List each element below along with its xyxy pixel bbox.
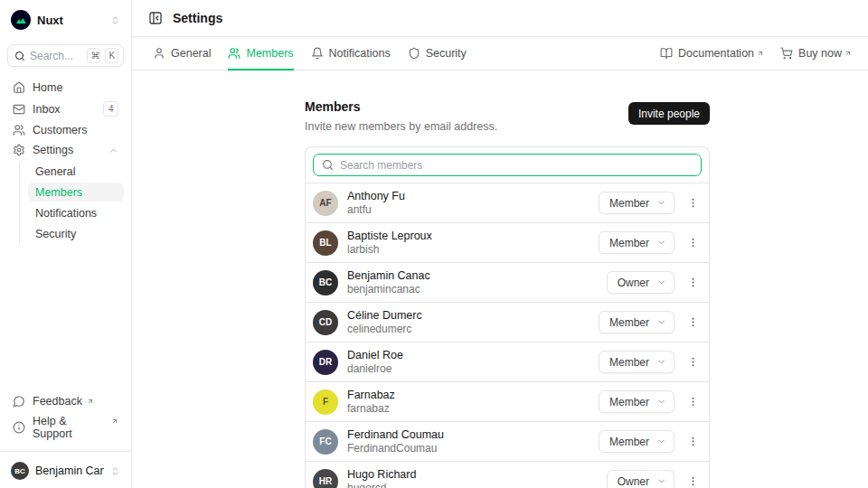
role-value: Member — [609, 436, 649, 448]
kbd-meta: ⌘ — [87, 48, 100, 63]
role-value: Owner — [618, 277, 649, 289]
avatar: F — [313, 389, 338, 415]
row-menu-button[interactable] — [684, 233, 702, 252]
sidebar-item-security[interactable]: Security — [28, 224, 124, 243]
role-select[interactable]: Member — [599, 231, 675, 254]
member-name: Ferdinand Coumau — [347, 427, 444, 442]
shield-icon — [408, 47, 420, 60]
sidebar-footer: Feedback Help & Support BC Benjamin Cana… — [7, 392, 124, 483]
tab-members[interactable]: Members — [228, 37, 293, 70]
page-head: Members Invite new members by email addr… — [305, 99, 710, 133]
role-select[interactable]: Member — [599, 390, 675, 413]
row-menu-button[interactable] — [684, 352, 702, 371]
buy-now-label: Buy now — [798, 47, 842, 60]
sidebar-item-label: Customers — [33, 124, 87, 136]
member-row: AF Anthony Fu antfu Member — [306, 183, 709, 222]
member-identity: Daniel Roe danielroe — [347, 348, 403, 377]
team-name: Nuxt — [37, 14, 104, 27]
role-value: Owner — [618, 475, 649, 488]
role-select[interactable]: Member — [599, 192, 675, 214]
sidebar-item-members[interactable]: Members — [28, 183, 124, 202]
documentation-link[interactable]: Documentation — [660, 47, 764, 60]
home-icon — [13, 81, 25, 94]
member-name: Baptiste Leproux — [347, 229, 432, 243]
sidebar-item-customers[interactable]: Customers — [7, 121, 124, 139]
chevron-down-icon — [656, 317, 666, 327]
role-select[interactable]: Owner — [607, 271, 675, 294]
sidebar-item-settings[interactable]: Settings — [7, 141, 124, 159]
member-row: F Farnabaz farnabaz Member — [306, 381, 709, 421]
role-value: Member — [609, 396, 649, 408]
role-value: Member — [609, 197, 649, 210]
role-select[interactable]: Owner — [607, 470, 675, 488]
member-username: FerdinandCoumau — [347, 442, 444, 456]
user-icon — [153, 47, 165, 60]
role-select[interactable]: Member — [599, 351, 675, 373]
nuxt-logo-icon — [11, 10, 31, 30]
row-menu-button[interactable] — [684, 472, 702, 488]
chevron-down-icon — [656, 397, 666, 407]
row-menu-button[interactable] — [684, 432, 702, 451]
member-username: benjamincanac — [347, 283, 430, 297]
buy-now-link[interactable]: Buy now — [780, 47, 852, 60]
members-search-input[interactable] — [340, 159, 693, 172]
role-select[interactable]: Member — [599, 311, 675, 333]
shopping-cart-icon — [780, 47, 793, 60]
collapse-sidebar-button[interactable] — [146, 9, 165, 27]
user-menu[interactable]: BC Benjamin Canac — [7, 459, 124, 483]
team-selector[interactable]: Nuxt — [7, 7, 124, 33]
chevron-up-icon — [108, 145, 118, 155]
member-name: Farnabaz — [347, 388, 395, 402]
book-open-icon — [660, 47, 673, 60]
gear-icon — [13, 144, 25, 156]
tab-notifications[interactable]: Notifications — [311, 37, 391, 70]
global-search[interactable]: ⌘ K — [7, 44, 124, 67]
help-support-link[interactable]: Help & Support — [7, 412, 124, 443]
message-circle-icon — [13, 395, 25, 408]
members-list: AF Anthony Fu antfu Member — [306, 183, 709, 488]
sidebar-item-home[interactable]: Home — [7, 79, 124, 97]
role-value: Member — [609, 237, 649, 249]
row-menu-button[interactable] — [684, 392, 702, 411]
tab-label: Members — [246, 47, 293, 60]
member-identity: Benjamin Canac benjamincanac — [347, 268, 430, 297]
member-name: Hugo Richard — [347, 467, 416, 482]
row-menu-button[interactable] — [684, 273, 702, 292]
member-row: BC Benjamin Canac benjamincanac Owner — [306, 262, 709, 302]
feedback-link[interactable]: Feedback — [7, 392, 124, 410]
member-username: hugorcd — [347, 482, 416, 488]
kbd-k: K — [105, 48, 118, 63]
member-username: antfu — [347, 203, 405, 218]
sidebar-item-general[interactable]: General — [28, 162, 124, 181]
member-row: FC Ferdinand Coumau FerdinandCoumau Memb… — [306, 421, 709, 461]
member-identity: Baptiste Leproux larbish — [347, 229, 432, 258]
members-search[interactable] — [313, 154, 702, 176]
avatar: BL — [313, 230, 338, 256]
info-icon — [13, 421, 25, 434]
role-select[interactable]: Member — [599, 430, 675, 453]
members-page: Members Invite new members by email addr… — [132, 70, 868, 488]
sidebar-item-inbox[interactable]: Inbox 4 — [7, 99, 124, 119]
tab-security[interactable]: Security — [408, 37, 467, 70]
member-identity: Céline Dumerc celinedumerc — [347, 308, 422, 337]
row-menu-button[interactable] — [684, 313, 702, 332]
users-icon — [13, 124, 25, 136]
role-value: Member — [609, 356, 649, 369]
tab-general[interactable]: General — [153, 37, 211, 70]
avatar: BC — [313, 270, 338, 296]
chevron-down-icon — [656, 357, 666, 367]
inbox-count-badge: 4 — [103, 101, 118, 117]
sidebar-nav: Home Inbox 4 Customers Settings Genera — [7, 79, 124, 392]
help-support-label: Help & Support — [33, 415, 107, 440]
main-panel: Settings General Members Notifications S… — [132, 0, 868, 488]
sidebar-item-notifications[interactable]: Notifications — [28, 203, 124, 222]
member-row: CD Céline Dumerc celinedumerc Member — [306, 302, 709, 342]
row-menu-button[interactable] — [684, 193, 702, 212]
invite-people-button[interactable]: Invite people — [628, 102, 710, 125]
page-title: Settings — [173, 11, 222, 25]
member-name: Céline Dumerc — [347, 308, 422, 323]
global-search-input[interactable] — [30, 50, 82, 62]
tab-label: Notifications — [329, 47, 391, 60]
arrow-up-right-icon — [111, 418, 118, 425]
avatar: FC — [313, 429, 338, 455]
